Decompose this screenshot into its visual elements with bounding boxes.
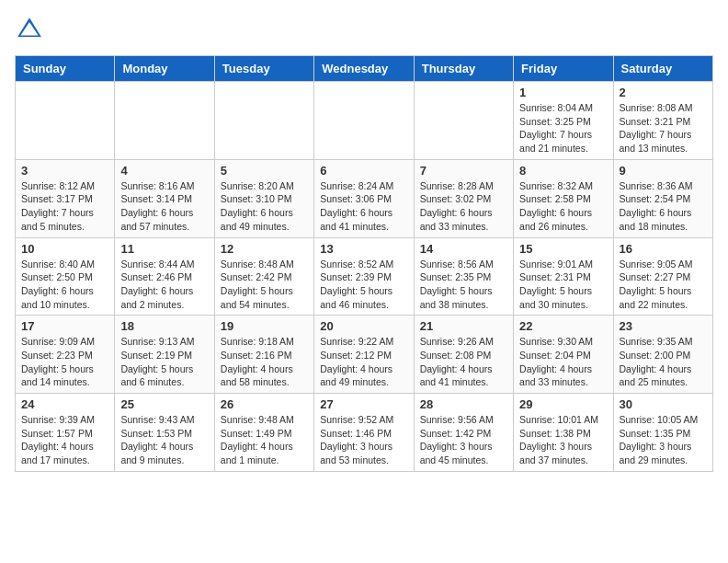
day-number: 17 bbox=[21, 319, 108, 333]
calendar-cell: 24Sunrise: 9:39 AM Sunset: 1:57 PM Dayli… bbox=[16, 394, 115, 472]
calendar-cell bbox=[115, 82, 214, 160]
day-number: 4 bbox=[120, 164, 208, 178]
cell-info: Sunrise: 9:35 AM Sunset: 2:00 PM Dayligh… bbox=[620, 335, 707, 389]
cell-info: Sunrise: 9:05 AM Sunset: 2:27 PM Dayligh… bbox=[620, 258, 707, 312]
cell-info: Sunrise: 9:56 AM Sunset: 1:42 PM Dayligh… bbox=[420, 413, 507, 467]
cell-info: Sunrise: 8:04 AM Sunset: 3:25 PM Dayligh… bbox=[519, 101, 607, 155]
cell-info: Sunrise: 9:26 AM Sunset: 2:08 PM Dayligh… bbox=[420, 335, 507, 389]
calendar-cell: 28Sunrise: 9:56 AM Sunset: 1:42 PM Dayli… bbox=[414, 394, 513, 472]
cell-info: Sunrise: 9:48 AM Sunset: 1:49 PM Dayligh… bbox=[221, 413, 308, 467]
day-number: 16 bbox=[620, 242, 707, 256]
calendar-cell: 22Sunrise: 9:30 AM Sunset: 2:04 PM Dayli… bbox=[514, 316, 613, 394]
day-number: 29 bbox=[519, 397, 607, 411]
cell-info: Sunrise: 8:08 AM Sunset: 3:21 PM Dayligh… bbox=[620, 101, 707, 155]
day-number: 2 bbox=[620, 86, 707, 99]
day-number: 6 bbox=[320, 164, 407, 178]
calendar-cell: 13Sunrise: 8:52 AM Sunset: 2:39 PM Dayli… bbox=[314, 237, 414, 316]
logo bbox=[15, 15, 48, 44]
calendar-cell: 17Sunrise: 9:09 AM Sunset: 2:23 PM Dayli… bbox=[16, 316, 115, 394]
cell-info: Sunrise: 8:32 AM Sunset: 2:58 PM Dayligh… bbox=[519, 179, 607, 234]
cell-info: Sunrise: 8:44 AM Sunset: 2:46 PM Dayligh… bbox=[120, 258, 208, 312]
cell-info: Sunrise: 9:30 AM Sunset: 2:04 PM Dayligh… bbox=[519, 335, 607, 389]
calendar-cell: 12Sunrise: 8:48 AM Sunset: 2:42 PM Dayli… bbox=[214, 237, 313, 316]
calendar-cell: 11Sunrise: 8:44 AM Sunset: 2:46 PM Dayli… bbox=[115, 237, 214, 316]
cell-info: Sunrise: 9:52 AM Sunset: 1:46 PM Dayligh… bbox=[320, 413, 407, 467]
week-row-3: 10Sunrise: 8:40 AM Sunset: 2:50 PM Dayli… bbox=[16, 237, 713, 316]
day-number: 13 bbox=[320, 242, 407, 256]
cell-info: Sunrise: 8:24 AM Sunset: 3:06 PM Dayligh… bbox=[320, 179, 407, 234]
calendar-body: 1Sunrise: 8:04 AM Sunset: 3:25 PM Daylig… bbox=[16, 82, 713, 472]
cell-info: Sunrise: 8:16 AM Sunset: 3:14 PM Dayligh… bbox=[120, 179, 208, 234]
calendar-cell: 3Sunrise: 8:12 AM Sunset: 3:17 PM Daylig… bbox=[16, 159, 115, 237]
week-row-5: 24Sunrise: 9:39 AM Sunset: 1:57 PM Dayli… bbox=[16, 394, 713, 472]
calendar-cell: 7Sunrise: 8:28 AM Sunset: 3:02 PM Daylig… bbox=[414, 159, 513, 237]
weekday-saturday: Saturday bbox=[613, 56, 712, 82]
calendar-cell: 9Sunrise: 8:36 AM Sunset: 2:54 PM Daylig… bbox=[613, 159, 712, 237]
cell-info: Sunrise: 8:48 AM Sunset: 2:42 PM Dayligh… bbox=[221, 258, 308, 312]
header bbox=[15, 15, 713, 44]
day-number: 25 bbox=[120, 397, 208, 411]
cell-info: Sunrise: 9:18 AM Sunset: 2:16 PM Dayligh… bbox=[221, 335, 308, 389]
day-number: 24 bbox=[21, 397, 108, 411]
week-row-2: 3Sunrise: 8:12 AM Sunset: 3:17 PM Daylig… bbox=[16, 159, 713, 237]
cell-info: Sunrise: 8:56 AM Sunset: 2:35 PM Dayligh… bbox=[420, 258, 507, 312]
cell-info: Sunrise: 9:22 AM Sunset: 2:12 PM Dayligh… bbox=[320, 335, 407, 389]
day-number: 30 bbox=[620, 397, 707, 411]
calendar-cell bbox=[314, 82, 414, 160]
calendar-cell: 21Sunrise: 9:26 AM Sunset: 2:08 PM Dayli… bbox=[414, 316, 513, 394]
calendar-cell: 16Sunrise: 9:05 AM Sunset: 2:27 PM Dayli… bbox=[613, 237, 712, 316]
day-number: 9 bbox=[620, 164, 707, 178]
day-number: 26 bbox=[221, 397, 308, 411]
day-number: 19 bbox=[221, 319, 308, 333]
cell-info: Sunrise: 9:13 AM Sunset: 2:19 PM Dayligh… bbox=[120, 335, 208, 389]
day-number: 28 bbox=[420, 397, 507, 411]
cell-info: Sunrise: 8:36 AM Sunset: 2:54 PM Dayligh… bbox=[620, 179, 707, 234]
cell-info: Sunrise: 9:39 AM Sunset: 1:57 PM Dayligh… bbox=[21, 413, 108, 467]
calendar-cell bbox=[414, 82, 513, 160]
calendar-cell: 25Sunrise: 9:43 AM Sunset: 1:53 PM Dayli… bbox=[115, 394, 214, 472]
day-number: 14 bbox=[420, 242, 507, 256]
week-row-1: 1Sunrise: 8:04 AM Sunset: 3:25 PM Daylig… bbox=[16, 82, 713, 160]
calendar: SundayMondayTuesdayWednesdayThursdayFrid… bbox=[15, 55, 713, 472]
calendar-cell: 30Sunrise: 10:05 AM Sunset: 1:35 PM Dayl… bbox=[613, 394, 712, 472]
calendar-cell bbox=[16, 82, 115, 160]
calendar-cell: 8Sunrise: 8:32 AM Sunset: 2:58 PM Daylig… bbox=[514, 159, 613, 237]
day-number: 23 bbox=[620, 319, 707, 333]
day-number: 18 bbox=[120, 319, 208, 333]
cell-info: Sunrise: 8:52 AM Sunset: 2:39 PM Dayligh… bbox=[320, 258, 407, 312]
calendar-cell: 19Sunrise: 9:18 AM Sunset: 2:16 PM Dayli… bbox=[214, 316, 313, 394]
day-number: 20 bbox=[320, 319, 407, 333]
cell-info: Sunrise: 8:28 AM Sunset: 3:02 PM Dayligh… bbox=[420, 179, 507, 234]
calendar-cell: 2Sunrise: 8:08 AM Sunset: 3:21 PM Daylig… bbox=[613, 82, 712, 160]
weekday-monday: Monday bbox=[115, 56, 214, 82]
calendar-cell: 23Sunrise: 9:35 AM Sunset: 2:00 PM Dayli… bbox=[613, 316, 712, 394]
day-number: 10 bbox=[21, 242, 108, 256]
calendar-cell: 20Sunrise: 9:22 AM Sunset: 2:12 PM Dayli… bbox=[314, 316, 414, 394]
calendar-cell: 15Sunrise: 9:01 AM Sunset: 2:31 PM Dayli… bbox=[514, 237, 613, 316]
calendar-cell: 27Sunrise: 9:52 AM Sunset: 1:46 PM Dayli… bbox=[314, 394, 414, 472]
cell-info: Sunrise: 10:01 AM Sunset: 1:38 PM Daylig… bbox=[519, 413, 607, 467]
calendar-cell: 18Sunrise: 9:13 AM Sunset: 2:19 PM Dayli… bbox=[115, 316, 214, 394]
calendar-cell: 5Sunrise: 8:20 AM Sunset: 3:10 PM Daylig… bbox=[214, 159, 313, 237]
weekday-tuesday: Tuesday bbox=[214, 56, 313, 82]
calendar-cell: 6Sunrise: 8:24 AM Sunset: 3:06 PM Daylig… bbox=[314, 159, 414, 237]
day-number: 1 bbox=[519, 86, 607, 99]
cell-info: Sunrise: 9:09 AM Sunset: 2:23 PM Dayligh… bbox=[21, 335, 108, 389]
weekday-header-row: SundayMondayTuesdayWednesdayThursdayFrid… bbox=[16, 56, 713, 82]
calendar-cell: 4Sunrise: 8:16 AM Sunset: 3:14 PM Daylig… bbox=[115, 159, 214, 237]
day-number: 8 bbox=[519, 164, 607, 178]
calendar-cell: 14Sunrise: 8:56 AM Sunset: 2:35 PM Dayli… bbox=[414, 237, 513, 316]
day-number: 7 bbox=[420, 164, 507, 178]
cell-info: Sunrise: 8:12 AM Sunset: 3:17 PM Dayligh… bbox=[21, 179, 108, 234]
day-number: 15 bbox=[519, 242, 607, 256]
weekday-sunday: Sunday bbox=[16, 56, 115, 82]
day-number: 11 bbox=[120, 242, 208, 256]
cell-info: Sunrise: 9:43 AM Sunset: 1:53 PM Dayligh… bbox=[120, 413, 208, 467]
calendar-cell: 10Sunrise: 8:40 AM Sunset: 2:50 PM Dayli… bbox=[16, 237, 115, 316]
calendar-cell bbox=[214, 82, 313, 160]
day-number: 12 bbox=[221, 242, 308, 256]
weekday-thursday: Thursday bbox=[414, 56, 513, 82]
weekday-wednesday: Wednesday bbox=[314, 56, 414, 82]
day-number: 27 bbox=[320, 397, 407, 411]
calendar-cell: 26Sunrise: 9:48 AM Sunset: 1:49 PM Dayli… bbox=[214, 394, 313, 472]
